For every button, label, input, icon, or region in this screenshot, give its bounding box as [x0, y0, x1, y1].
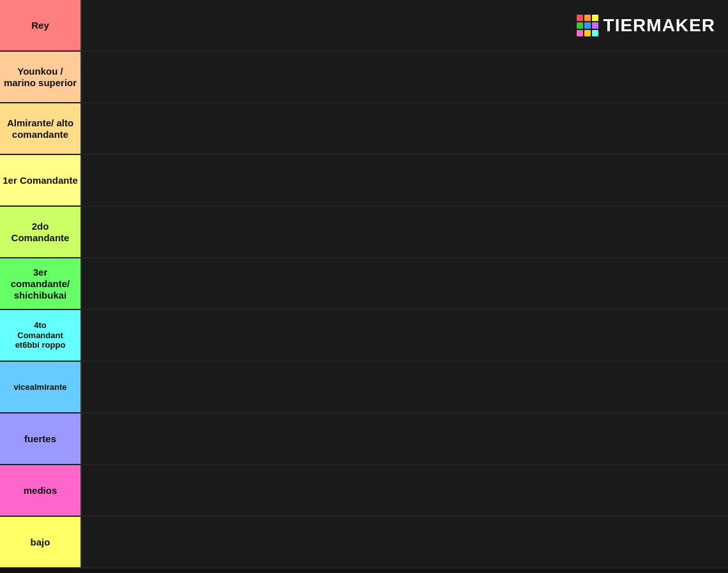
- logo-cell-1: [577, 15, 583, 21]
- tiermaker-container: Rey TiERMAKER Younkou / ma: [0, 0, 728, 569]
- tier-label-1er: 1er Comandante: [0, 155, 80, 205]
- tier-label-almirante: Almirante/ alto comandante: [0, 103, 80, 154]
- tier-row-1er: 1er Comandante: [0, 155, 728, 207]
- tier-row-medios: medios: [0, 465, 728, 517]
- tier-content-rey: TiERMAKER: [80, 0, 728, 50]
- logo-grid: [577, 15, 598, 36]
- tier-row-bajo: bajo: [0, 517, 728, 569]
- tier-content-2do: [80, 207, 728, 257]
- tier-row-2do: 2do Comandante: [0, 207, 728, 258]
- logo-cell-6: [592, 22, 598, 29]
- tier-label-rey: Rey: [0, 0, 80, 50]
- logo-cell-9: [592, 30, 598, 36]
- tier-row-rey: Rey TiERMAKER: [0, 0, 728, 52]
- tier-label-fuertes: fuertes: [0, 413, 80, 464]
- logo-cell-5: [584, 22, 591, 29]
- logo-cell-7: [577, 30, 583, 36]
- tier-label-2do: 2do Comandante: [0, 207, 80, 257]
- tier-label-bajo: bajo: [0, 517, 80, 567]
- tiermaker-logo: TiERMAKER: [577, 15, 715, 36]
- tier-row-fuertes: fuertes: [0, 413, 728, 465]
- tier-content-fuertes: [80, 413, 728, 464]
- tier-content-4to: [80, 310, 728, 361]
- tier-row-vice: vicealmirante: [0, 362, 728, 413]
- tier-label-3er: 3er comandante/ shichibukai: [0, 258, 80, 309]
- tier-label-4to: 4toComandantet6bbi roppo: [0, 310, 80, 361]
- logo-text: TiERMAKER: [603, 15, 715, 36]
- tier-content-medios: [80, 465, 728, 516]
- logo-cell-8: [584, 30, 591, 36]
- logo-cell-2: [584, 15, 591, 21]
- tier-row-almirante: Almirante/ alto comandante: [0, 103, 728, 155]
- tier-content-1er: [80, 155, 728, 205]
- tier-row-younkou: Younkou / marino superior: [0, 52, 728, 103]
- tier-content-almirante: [80, 103, 728, 154]
- tier-label-vice: vicealmirante: [0, 362, 80, 412]
- logo-cell-3: [592, 15, 598, 21]
- tier-content-younkou: [80, 52, 728, 102]
- tier-content-vice: [80, 362, 728, 412]
- tier-row-3er: 3er comandante/ shichibukai: [0, 258, 728, 310]
- tier-label-younkou: Younkou / marino superior: [0, 52, 80, 102]
- tier-content-bajo: [80, 517, 728, 567]
- tier-row-4to: 4toComandantet6bbi roppo: [0, 310, 728, 362]
- tier-content-3er: [80, 258, 728, 309]
- tier-label-medios: medios: [0, 465, 80, 516]
- logo-cell-4: [577, 22, 583, 29]
